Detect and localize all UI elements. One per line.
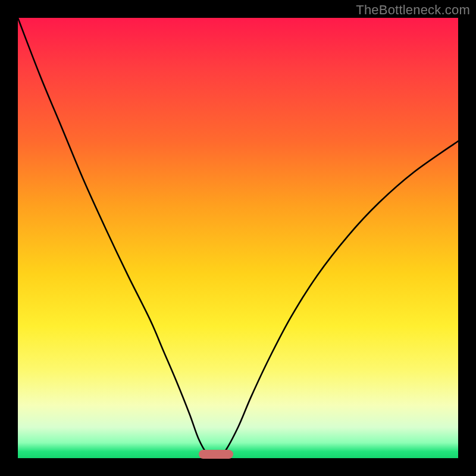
watermark-text: TheBottleneck.com bbox=[356, 2, 470, 18]
optimum-marker bbox=[199, 450, 233, 459]
curve-layer bbox=[18, 18, 458, 458]
plot-area bbox=[18, 18, 458, 458]
chart-frame: TheBottleneck.com bbox=[0, 0, 476, 476]
bottleneck-curve bbox=[18, 18, 458, 458]
